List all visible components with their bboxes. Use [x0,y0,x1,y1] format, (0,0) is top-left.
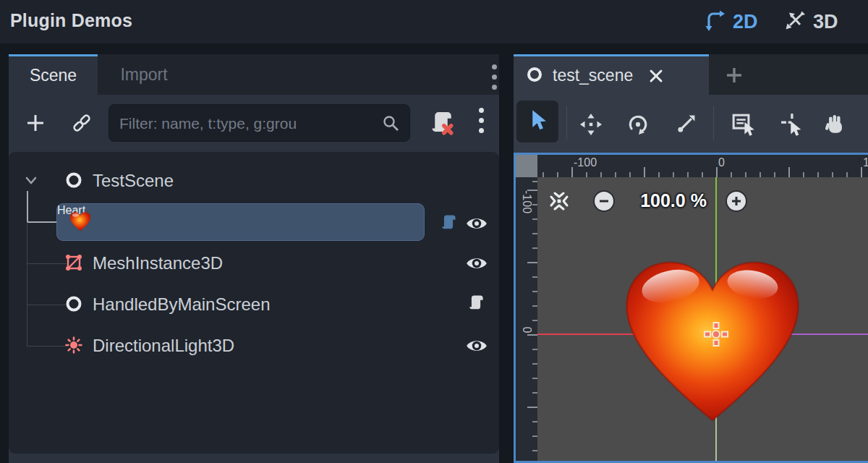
viewport-panel: test_scene [514,54,868,463]
ruler-label: 0 [520,320,533,339]
filter-field [109,104,410,142]
ruler-label: 0 [718,156,725,169]
pan-tool-icon[interactable] [823,112,848,137]
scale-tool-icon[interactable] [673,112,698,137]
toolbar-separator [566,106,567,140]
tree-row-heart[interactable]: Heart [56,203,425,241]
node-icon [64,294,84,317]
tree-row-handledbymainscreen[interactable]: HandledByMainScreen [9,284,499,326]
3d-label: 3D [813,11,838,33]
scene-dock-panel: Scene Import [9,54,499,463]
zoom-in-button[interactable] [726,190,747,212]
scene-tab-test-scene[interactable]: test_scene [514,54,709,95]
detach-script-button[interactable] [425,109,457,140]
scene-tree-menu-icon[interactable] [479,108,484,133]
detach-script-icon [427,109,456,140]
horizontal-ruler: -100 0 100 [537,155,868,177]
scene-tree: TestScene Hear [9,152,499,454]
dock-tab-bar: Scene Import [9,54,499,95]
header-bar: Plugin Demos 2D 3D [0,0,868,43]
tab-import[interactable]: Import [98,54,190,95]
tree-row-label: TestScene [93,171,174,191]
heart-icon [69,211,91,234]
list-select-tool-icon[interactable] [731,112,755,137]
ruler-corner [516,155,537,177]
tree-row-testscene[interactable]: TestScene [9,161,499,202]
ruler-label: 100 [863,156,868,169]
add-node-button[interactable] [22,111,49,138]
vertical-ruler: -100 0 100 [516,177,537,461]
script-icon[interactable] [466,293,488,315]
tree-guide [27,221,56,223]
script-icon[interactable] [438,213,460,234]
filter-input[interactable] [118,105,378,143]
visibility-icon[interactable] [466,213,488,234]
scene-tab-label: test_scene [553,66,633,85]
directional-light-icon [64,335,84,358]
scene-tab-bar: test_scene [514,54,868,95]
canvas-toolbar [514,95,868,153]
page-title: Plugin Demos [10,10,132,31]
node-icon [64,170,84,193]
center-view-button[interactable] [548,190,570,215]
switch-2d-button[interactable]: 2D [703,7,758,36]
scene-tree-toolbar [9,95,499,152]
new-tab-icon[interactable] [722,64,748,87]
viewport-frame: -100 0 100 -100 0 100 [514,153,868,463]
tab-import-label: Import [120,65,167,85]
zoom-percent[interactable]: 100.0 % [626,190,721,211]
godot-editor: Plugin Demos 2D 3D [0,0,868,463]
close-tab-icon[interactable] [647,67,665,85]
ruler-label: -100 [520,190,533,209]
3d-axes-icon [783,9,807,35]
switch-3d-button[interactable]: 3D [783,7,838,36]
origin-gizmo[interactable] [703,321,729,350]
visibility-icon[interactable] [466,335,488,357]
visibility-icon[interactable] [466,252,488,274]
tree-row-label: HandledByMainScreen [93,294,270,315]
snap-tool-icon[interactable] [780,112,804,137]
collapse-chevron-icon[interactable] [22,174,41,191]
toolbar-separator [713,106,714,140]
link-icon [70,111,93,137]
2d-axes-icon [703,9,726,35]
tree-row-label: DirectionalLight3D [93,336,234,356]
plus-icon [25,112,46,137]
mesh-instance-icon [64,252,84,276]
tab-scene[interactable]: Scene [9,54,98,95]
instance-scene-button[interactable] [68,111,95,138]
search-icon [381,114,403,134]
select-tool-button[interactable] [516,101,558,143]
2d-label: 2D [733,11,758,33]
rotate-tool-icon[interactable] [626,112,650,137]
tab-scene-label: Scene [30,66,77,85]
select-tool-icon [526,109,549,137]
zoom-out-button[interactable] [593,190,615,212]
scene-tab-node-icon [525,65,544,87]
tree-row-directionallight3d[interactable]: DirectionalLight3D [9,326,499,367]
tree-row-label: MeshInstance3D [93,253,223,273]
canvas-2d[interactable]: 100.0 % [537,177,868,461]
move-tool-icon[interactable] [579,112,603,137]
ruler-label: -100 [574,156,597,169]
tree-row-meshinstance3d[interactable]: MeshInstance3D [9,243,499,284]
dock-menu-icon[interactable] [492,64,497,90]
